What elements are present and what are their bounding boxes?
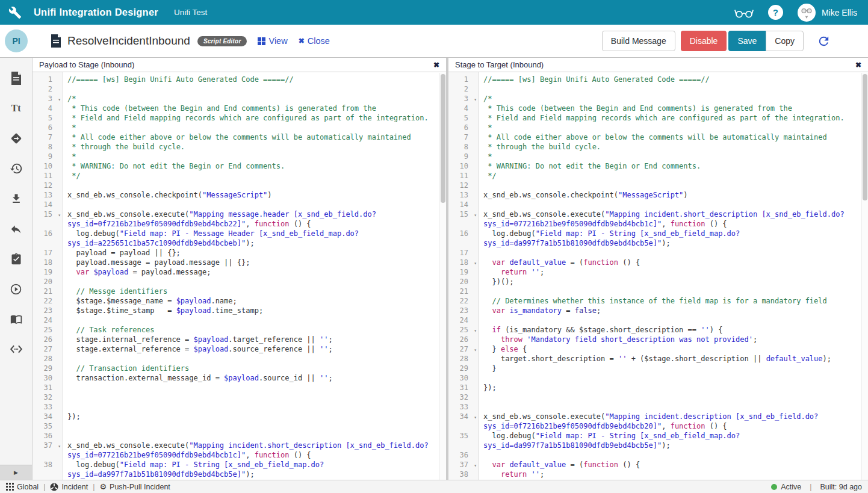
code-line[interactable]: 11 */ — [448, 171, 868, 181]
code-text[interactable] — [479, 181, 868, 190]
code-line[interactable]: 36 — [33, 431, 446, 441]
code-text[interactable] — [479, 200, 868, 209]
code-text[interactable]: }); — [63, 412, 446, 421]
code-line[interactable]: 21 // Messge identifiers — [33, 287, 446, 296]
code-text[interactable]: // Messge identifiers — [63, 287, 446, 296]
code-line[interactable]: 19 var $payload = payload.message; — [33, 267, 446, 277]
code-text[interactable] — [63, 200, 446, 209]
code-text[interactable]: var default_value = (function () { — [479, 258, 868, 267]
code-text[interactable]: // Transaction identifiers — [63, 364, 446, 373]
code-text[interactable]: $stage.$time_stamp = $payload.time_stamp… — [63, 306, 446, 315]
code-text[interactable]: * — [63, 123, 446, 132]
text-format-icon[interactable]: Tt — [9, 101, 23, 116]
environment-label[interactable]: Unifi Test — [174, 8, 207, 17]
undo-icon[interactable] — [9, 222, 23, 236]
code-line[interactable]: 24 — [448, 315, 868, 325]
code-text[interactable]: // Task references — [63, 325, 446, 335]
code-text[interactable]: * This code (between the Begin and End c… — [479, 104, 868, 113]
code-line[interactable]: 31}); — [448, 383, 868, 392]
code-text[interactable]: */ — [63, 171, 446, 181]
code-line[interactable]: 25 // Task references — [33, 325, 446, 335]
code-line[interactable]: 5 * Field and Field mapping records whic… — [33, 113, 446, 123]
code-text[interactable]: })(); — [479, 277, 868, 287]
code-text[interactable]: /* — [479, 94, 868, 104]
code-text[interactable] — [63, 315, 446, 325]
code-text[interactable]: x_snd_eb.ws_console.execute("Mapping inc… — [479, 209, 868, 229]
code-text[interactable]: * — [479, 123, 868, 132]
code-text[interactable] — [479, 248, 868, 258]
code-line[interactable]: 14 — [448, 200, 868, 209]
statusbar-item-incident[interactable]: Incident — [50, 483, 88, 491]
scrollbar-thumb[interactable] — [441, 74, 445, 203]
code-text[interactable]: * All code either above or below the com… — [63, 132, 446, 142]
code-line[interactable]: 30 transaction.external_message_id = $pa… — [33, 373, 446, 383]
code-text[interactable]: $stage.$message_name = $payload.name; — [63, 296, 446, 306]
code-text[interactable]: } — [479, 364, 868, 373]
code-line[interactable]: 7 * All code either above or below the c… — [448, 132, 868, 142]
code-text[interactable]: // Determines whether this instance of t… — [479, 296, 868, 306]
code-text[interactable]: return ''; — [479, 267, 868, 277]
code-line[interactable]: 3▾/* — [33, 94, 446, 104]
code-line[interactable]: 18▾ var default_value = (function () { — [448, 258, 868, 267]
code-line[interactable]: 5 * Field and Field mapping records whic… — [448, 113, 868, 123]
code-line[interactable]: 22 // Determines whether this instance o… — [448, 296, 868, 306]
code-line[interactable]: 35 log.debug("Field map: PI - String [x_… — [448, 431, 868, 450]
code-text[interactable]: return ''; — [479, 470, 868, 479]
code-line[interactable]: 8 * through the build cycle. — [448, 142, 868, 152]
code-text[interactable]: /* — [63, 94, 446, 104]
code-line[interactable]: 17 payload = payload || {}; — [33, 248, 446, 258]
code-line[interactable]: 9 * — [33, 152, 446, 161]
code-text[interactable]: throw 'Mandatory field short_description… — [479, 335, 868, 344]
code-line[interactable]: 26 stage.internal_reference = $payload.t… — [33, 335, 446, 344]
code-text[interactable]: log.debug("Field map: PI - String [x_snd… — [63, 460, 446, 479]
script-icon[interactable] — [9, 71, 23, 85]
code-text[interactable]: */ — [479, 171, 868, 181]
code-line[interactable]: 4 * This code (between the Begin and End… — [448, 104, 868, 113]
fold-arrow-icon[interactable]: ▾ — [58, 442, 61, 451]
code-text[interactable]: transaction.external_message_id = $paylo… — [63, 373, 446, 383]
code-text[interactable]: x_snd_eb.ws_console.execute("Mapping inc… — [63, 441, 446, 460]
code-text[interactable]: * — [63, 152, 446, 161]
code-line[interactable]: 37▾ var default_value = (function () { — [448, 460, 868, 470]
code-text[interactable] — [63, 181, 446, 190]
code-line[interactable]: 10 * WARNING: Do not edit the Begin or E… — [448, 161, 868, 171]
code-line[interactable]: 10 * WARNING: Do not edit the Begin or E… — [33, 161, 446, 171]
code-text[interactable] — [479, 84, 868, 94]
code-line[interactable]: 6 * — [33, 123, 446, 132]
close-button[interactable]: ✖ Close — [299, 36, 330, 46]
docs-icon[interactable] — [9, 312, 23, 326]
code-text[interactable]: payload.message = payload.message || {}; — [63, 258, 446, 267]
code-text[interactable]: //===== [ws] Begin Unifi Auto Generated … — [63, 75, 446, 84]
code-text[interactable] — [63, 402, 446, 412]
code-line[interactable]: 37▾x_snd_eb.ws_console.execute("Mapping … — [33, 441, 446, 460]
code-text[interactable] — [63, 421, 446, 431]
code-line[interactable]: 4 * This code (between the Begin and End… — [33, 104, 446, 113]
code-text[interactable]: * WARNING: Do not edit the Begin or End … — [63, 161, 446, 171]
code-line[interactable]: 31 — [33, 383, 446, 392]
code-text[interactable]: x_snd_eb.ws_console.execute("Mapping inc… — [479, 412, 868, 431]
code-line[interactable]: 16 log.debug("Field map: PI - String [x_… — [448, 229, 868, 248]
code-line[interactable]: 20 — [33, 277, 446, 287]
code-text[interactable]: stage.external_reference = $payload.sour… — [63, 344, 446, 354]
code-text[interactable] — [479, 287, 868, 296]
code-text[interactable] — [63, 383, 446, 392]
code-line[interactable]: 28 target.short_description = '' + ($sta… — [448, 354, 868, 364]
code-line[interactable]: 16 log.debug("Field map: PI - Message He… — [33, 229, 446, 248]
code-text[interactable]: * This code (between the Begin and End c… — [63, 104, 446, 113]
code-line[interactable]: 15▾x_snd_eb.ws_console.execute("Mapping … — [33, 209, 446, 229]
code-line[interactable]: 7 * All code either above or below the c… — [33, 132, 446, 142]
code-line[interactable]: 29 } — [448, 364, 868, 373]
preview-glasses-icon[interactable] — [734, 7, 754, 19]
code-line[interactable]: 22 $stage.$message_name = $payload.name; — [33, 296, 446, 306]
code-line[interactable]: 8 * through the build cycle. — [33, 142, 446, 152]
code-text[interactable]: var $payload = payload.message; — [63, 267, 446, 277]
code-text[interactable]: stage.internal_reference = $payload.targ… — [63, 335, 446, 344]
code-line[interactable]: 1//===== [ws] Begin Unifi Auto Generated… — [33, 75, 446, 84]
code-text[interactable]: log.debug("Field map: PI - String [x_snd… — [479, 431, 868, 450]
code-line[interactable]: 12 — [33, 181, 446, 190]
code-editor[interactable]: 1//===== [ws] Begin Unifi Auto Generated… — [33, 72, 446, 480]
code-line[interactable]: 13x_snd_eb.ws_console.checkpoint("Messag… — [33, 190, 446, 200]
code-line[interactable]: 24 — [33, 315, 446, 325]
statusbar-item-process[interactable]: ⚙ Push-Pull Incident — [99, 483, 170, 491]
refresh-icon[interactable] — [817, 34, 831, 48]
